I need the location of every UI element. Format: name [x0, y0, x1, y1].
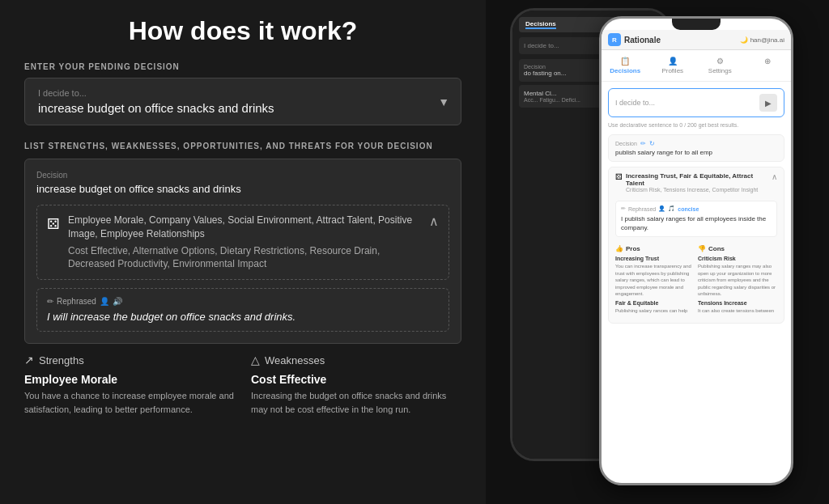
weaknesses-column: △ Weaknesses Cost Effective Increasing t… — [251, 354, 461, 416]
decisions-nav-icon: 📋 — [620, 57, 630, 66]
swot-label: LIST STRENGTHS, WEAKNESSES, OPPORTUNITIE… — [24, 142, 461, 150]
phone-analysis-card[interactable]: ⚄ Increasing Trust, Fair & Equitable, At… — [608, 167, 784, 324]
strengths-column: ↗ Strengths Employee Morale You have a c… — [24, 354, 235, 416]
rephrased-badge: ✏ Rephrased 👤 🔊 — [47, 297, 122, 306]
phone-decision-card: Decision ✏ ↻ publish salary range for to… — [608, 134, 784, 162]
phone-cons-column: 👎 Cons Criticism Risk Publishing salary … — [698, 245, 777, 317]
phone-pros-column: 👍 Pros Increasing Trust You can increase… — [615, 245, 695, 317]
decisions-nav-label: Decisions — [610, 67, 640, 74]
logo-icon: R — [608, 33, 621, 46]
pros-header: 👍 Pros — [615, 245, 695, 252]
phone-nav-settings[interactable]: ⚙ Settings — [696, 53, 744, 78]
phone-audio-icon: 🎵 — [668, 205, 675, 212]
phone-front-mockup: R Rationale 🌙 han@jina.ai 📋 Decisions 👤 … — [599, 16, 793, 485]
weaknesses-item-title: Cost Effective — [251, 373, 461, 386]
rephrased-text: I will increase the budget on office sna… — [47, 311, 439, 323]
strengths-weaknesses-section: ↗ Strengths Employee Morale You have a c… — [24, 354, 461, 416]
phone-decision-value: publish salary range for to all emp — [615, 149, 777, 156]
card-decision-value: increase budget on office snacks and dri… — [36, 183, 449, 195]
rephrased-box: ✏ Rephrased 👤 🔊 I will increase the budg… — [36, 288, 449, 332]
card-decision-label: Decision — [36, 171, 449, 180]
phone-user: 🌙 han@jina.ai — [740, 36, 784, 44]
right-panel: Decisions I decide to... Decision do fas… — [486, 0, 829, 504]
phone-nav-extra[interactable]: ⊕ — [744, 53, 792, 78]
analysis-icon: ⚄ — [615, 172, 623, 181]
cons-tags: Cost Effective, Alternative Options, Die… — [68, 244, 421, 272]
phone-pencil-icon: ✏ — [621, 205, 626, 212]
phone-refresh-icon[interactable]: ↻ — [649, 140, 655, 147]
audio-icon: 🔊 — [113, 297, 122, 306]
settings-nav-icon: ⚙ — [716, 57, 724, 66]
phone-nav-profiles[interactable]: 👤 Profiles — [649, 53, 697, 78]
profiles-nav-icon: 👤 — [668, 57, 678, 66]
analysis-title: Increasing Trust, Fair & Equitable, Attr… — [626, 172, 768, 187]
left-panel: How does it work? ENTER YOUR PENDING DEC… — [0, 0, 486, 504]
pros-tags: Employee Morale, Company Values, Social … — [68, 214, 421, 241]
cons-header: 👎 Cons — [698, 245, 777, 252]
analysis-subtitle: Criticism Risk, Tensions Increase, Compe… — [626, 187, 768, 193]
user-icon: 👤 — [100, 297, 109, 306]
moon-icon: 🌙 — [740, 36, 748, 44]
phone-rephrased-box: ✏ Rephrased 👤 🎵 concise I publish salary… — [615, 201, 777, 237]
enter-decision-label: ENTER YOUR PENDING DECISION — [24, 62, 461, 71]
weaknesses-label: Weaknesses — [265, 354, 325, 366]
phone-analysis-header: ⚄ Increasing Trust, Fair & Equitable, At… — [609, 167, 784, 197]
phone-notch — [672, 19, 721, 30]
phone-send-button[interactable]: ▶ — [759, 94, 777, 112]
phone-decision-label: Decision ✏ ↻ — [615, 140, 777, 147]
phone-pros-cons: 👍 Pros Increasing Trust You can increase… — [609, 240, 784, 322]
phone-back-decisions-tab: Decisions — [525, 20, 556, 29]
strengths-item-title: Employee Morale — [24, 373, 235, 386]
profiles-nav-label: Profiles — [661, 67, 683, 74]
decision-input-box[interactable]: I decide to... increase budget on office… — [24, 78, 461, 125]
strengths-icon: ↗ — [24, 354, 34, 366]
phone-logo: R Rationale — [608, 33, 661, 46]
thumbs-down-icon: 👎 — [698, 245, 706, 252]
cons-item-2-desc: It can also create tensions between — [698, 307, 777, 314]
phone-hint: Use declarative sentence to 0 / 200 get … — [608, 122, 784, 128]
swot-tags: Employee Morale, Company Values, Social … — [68, 214, 421, 271]
page-title: How does it work? — [24, 16, 461, 46]
weaknesses-header: △ Weaknesses — [251, 354, 461, 366]
decision-input-value: increase budget on office snacks and dri… — [38, 101, 448, 115]
analysis-text: Increasing Trust, Fair & Equitable, Attr… — [626, 172, 768, 193]
cons-item-1: Criticism Risk Publishing salary ranges … — [698, 256, 777, 297]
phone-input-area[interactable]: I decide to... ▶ — [608, 88, 784, 117]
settings-nav-label: Settings — [708, 67, 732, 74]
dropdown-arrow-icon: ▼ — [438, 95, 449, 108]
strengths-item-desc: You have a chance to increase employee m… — [24, 389, 235, 416]
cons-item-1-desc: Publishing salary ranges may also open u… — [698, 263, 777, 297]
user-email: han@jina.ai — [750, 36, 784, 44]
pros-item-2-title: Fair & Equitable — [615, 300, 695, 306]
weaknesses-icon: △ — [251, 354, 260, 366]
phone-topbar: R Rationale 🌙 han@jina.ai — [602, 30, 791, 50]
input-placeholder: I decide to... — [38, 88, 448, 98]
thumbs-up-icon: 👍 — [615, 245, 623, 252]
chevron-up-icon: ∧ — [429, 214, 439, 229]
phone-user-icon: 👤 — [658, 205, 665, 212]
rephrased-header: ✏ Rephrased 👤 🔊 — [47, 297, 439, 306]
pros-item-1-desc: You can increase transparency and trust … — [615, 263, 695, 297]
pencil-icon: ✏ — [47, 297, 53, 306]
phone-content: I decide to... ▶ Use declarative sentenc… — [602, 82, 791, 481]
weaknesses-item-desc: Increasing the budget on office snacks a… — [251, 389, 461, 416]
pros-item-1: Increasing Trust You can increase transp… — [615, 256, 695, 297]
phone-nav-decisions[interactable]: 📋 Decisions — [602, 53, 649, 78]
cons-item-2-title: Tensions Increase — [698, 300, 777, 306]
phone-rephrased-text: I publish salary ranges for all employee… — [621, 214, 772, 232]
concise-badge: concise — [678, 206, 699, 212]
cons-item-1-title: Criticism Risk — [698, 256, 777, 261]
logo-text: Rationale — [624, 36, 661, 44]
phone-rephrased-badge: ✏ Rephrased 👤 🎵 concise — [621, 205, 772, 212]
analysis-icon: ⚄ — [47, 215, 60, 233]
cons-item-2: Tensions Increase It can also create ten… — [698, 300, 777, 314]
phone-edit-icon[interactable]: ✏ — [640, 140, 646, 147]
strengths-label: Strengths — [39, 354, 84, 366]
pros-item-2: Fair & Equitable Publishing salary rance… — [615, 300, 695, 314]
phone-navigation: 📋 Decisions 👤 Profiles ⚙ Settings ⊕ — [602, 50, 791, 82]
strengths-header: ↗ Strengths — [24, 354, 235, 366]
extra-nav-icon: ⊕ — [764, 57, 771, 66]
analysis-chevron-icon: ∧ — [772, 172, 777, 181]
swot-analysis-row[interactable]: ⚄ Employee Morale, Company Values, Socia… — [36, 205, 449, 280]
pros-item-2-desc: Publishing salary rances can help — [615, 307, 695, 314]
